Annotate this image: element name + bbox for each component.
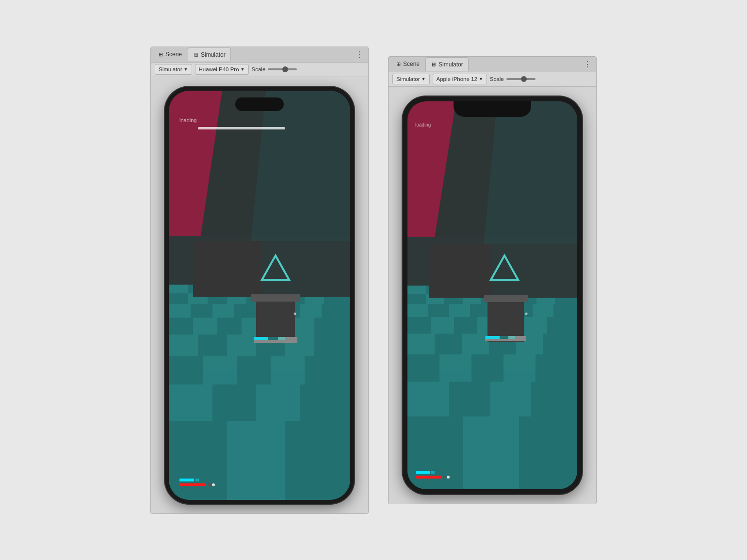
svg-rect-136 xyxy=(508,336,515,339)
game-screen-right: loading xyxy=(407,101,577,489)
svg-rect-25 xyxy=(212,304,234,318)
svg-rect-54 xyxy=(227,421,285,500)
tab-scene-label-left: Scene xyxy=(165,51,182,58)
svg-rect-143 xyxy=(443,476,446,479)
svg-rect-97 xyxy=(428,304,449,317)
svg-rect-142 xyxy=(416,476,441,479)
svg-rect-50 xyxy=(212,384,256,421)
tab-simulator-left[interactable]: 🖥 Simulator xyxy=(188,48,231,61)
svg-rect-51 xyxy=(256,384,300,421)
svg-rect-56 xyxy=(193,241,261,297)
svg-point-138 xyxy=(525,312,528,315)
scale-slider-right[interactable] xyxy=(506,78,536,80)
svg-rect-71 xyxy=(208,483,211,486)
svg-rect-123 xyxy=(449,382,490,416)
more-menu-right[interactable]: ⋮ xyxy=(582,60,593,69)
svg-rect-119 xyxy=(471,354,503,382)
svg-rect-23 xyxy=(169,304,191,318)
tab-scene-left[interactable]: ⊞ Scene xyxy=(154,48,187,61)
svg-rect-122 xyxy=(407,382,449,416)
simulator-icon-left: 🖥 xyxy=(193,52,198,58)
svg-rect-121 xyxy=(536,354,577,382)
svg-rect-29 xyxy=(300,304,322,318)
svg-rect-33 xyxy=(217,318,242,335)
svg-rect-106 xyxy=(454,317,477,334)
svg-rect-131 xyxy=(487,300,524,342)
svg-rect-66 xyxy=(198,127,285,129)
svg-rect-78 xyxy=(407,286,426,294)
tab-simulator-label-right: Simulator xyxy=(438,61,463,68)
svg-point-72 xyxy=(212,483,215,486)
scale-slider-left[interactable] xyxy=(268,68,297,70)
device-chevron-left: ▼ xyxy=(241,67,245,72)
svg-rect-37 xyxy=(314,318,350,335)
svg-text:loading: loading xyxy=(179,117,196,123)
svg-rect-46 xyxy=(237,356,271,384)
more-menu-left[interactable]: ⋮ xyxy=(354,50,365,59)
svg-rect-31 xyxy=(169,318,193,335)
device-chevron-right: ▼ xyxy=(479,77,483,81)
svg-rect-49 xyxy=(169,384,212,421)
device-selector-left[interactable]: Huawei P40 Pro ▼ xyxy=(195,64,249,75)
tab-scene-label-right: Scene xyxy=(403,61,420,67)
huawei-notch xyxy=(235,97,284,111)
svg-rect-105 xyxy=(431,317,454,334)
svg-rect-125 xyxy=(531,382,577,416)
toolbar-left: Simulator ▼ Huawei P40 Pro ▼ Scale xyxy=(151,63,368,77)
svg-rect-30 xyxy=(322,304,350,318)
svg-rect-61 xyxy=(254,337,268,340)
tab-bar-right: ⊞ Scene 🖥 Simulator ⋮ xyxy=(389,57,596,72)
mode-chevron-right: ▼ xyxy=(422,77,426,81)
scene-icon-left: ⊞ xyxy=(159,51,163,58)
svg-rect-116 xyxy=(543,334,577,354)
phone-iphone12: loading xyxy=(403,96,582,494)
svg-rect-40 xyxy=(227,335,256,356)
svg-rect-127 xyxy=(463,416,519,489)
svg-rect-53 xyxy=(169,421,227,500)
svg-rect-117 xyxy=(407,354,439,382)
svg-rect-26 xyxy=(234,304,256,318)
svg-rect-5 xyxy=(169,285,188,293)
device-selector-right[interactable]: Apple iPhone 12 ▼ xyxy=(433,74,487,84)
mode-label-right: Simulator xyxy=(396,76,420,82)
svg-rect-59 xyxy=(251,294,300,302)
scale-label-right: Scale xyxy=(490,76,504,82)
svg-rect-38 xyxy=(169,335,198,356)
svg-rect-39 xyxy=(198,335,227,356)
scale-label-left: Scale xyxy=(252,66,266,72)
iphone-notch xyxy=(454,101,531,117)
device-label-right: Apple iPhone 12 xyxy=(437,76,477,82)
mode-label-left: Simulator xyxy=(159,66,182,72)
svg-rect-111 xyxy=(407,334,435,354)
phone-container-left: loading xyxy=(151,77,368,513)
scene-icon-right: ⊞ xyxy=(396,61,401,67)
svg-rect-43 xyxy=(314,335,350,356)
scale-thumb-left xyxy=(282,66,288,72)
phone-container-right: loading xyxy=(389,87,596,504)
svg-rect-14 xyxy=(169,293,188,304)
simulator-icon-right: 🖥 xyxy=(431,62,436,67)
simulator-panel-left: ⊞ Scene 🖥 Simulator ⋮ Simulator ▼ Huawei… xyxy=(150,47,369,514)
mode-chevron-left: ▼ xyxy=(184,67,188,72)
svg-point-144 xyxy=(447,476,450,479)
svg-rect-120 xyxy=(503,354,536,382)
svg-rect-68 xyxy=(179,479,194,481)
device-label-left: Huawei P40 Pro xyxy=(199,66,239,72)
mode-selector-right[interactable]: Simulator ▼ xyxy=(392,74,430,84)
svg-rect-132 xyxy=(484,295,528,302)
svg-rect-103 xyxy=(553,304,577,317)
svg-rect-44 xyxy=(169,356,203,384)
svg-rect-113 xyxy=(462,334,489,354)
svg-rect-52 xyxy=(300,384,350,421)
simulator-panel-right: ⊞ Scene 🖥 Simulator ⋮ Simulator ▼ Apple … xyxy=(388,56,597,504)
tab-simulator-right[interactable]: 🖥 Simulator xyxy=(425,57,469,71)
tab-scene-right[interactable]: ⊞ Scene xyxy=(391,57,424,71)
svg-rect-104 xyxy=(407,317,431,334)
tab-simulator-label-left: Simulator xyxy=(201,51,226,58)
svg-rect-45 xyxy=(203,356,237,384)
mode-selector-left[interactable]: Simulator ▼ xyxy=(155,64,192,75)
svg-rect-109 xyxy=(524,317,547,334)
svg-rect-102 xyxy=(533,304,553,317)
svg-rect-98 xyxy=(449,304,470,317)
svg-rect-63 xyxy=(278,337,285,340)
